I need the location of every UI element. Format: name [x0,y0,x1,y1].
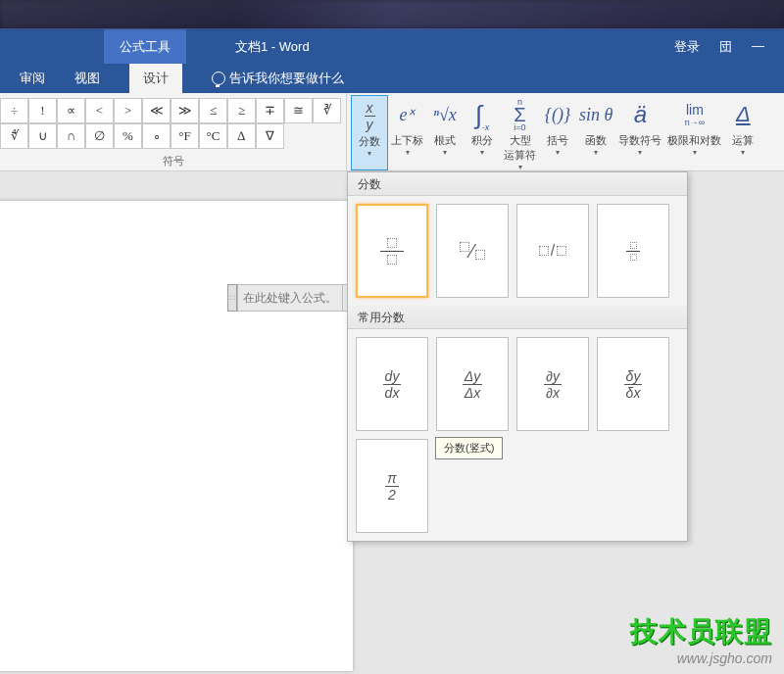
common-fraction[interactable]: δyδx [597,337,669,431]
structure-label: 函数 [585,133,607,148]
fraction-template-small[interactable] [597,204,669,298]
symbol-cell[interactable]: ∩ [57,123,85,149]
limit-icon: limn→∞ [685,97,705,132]
document-title: 文档1 - Word [235,38,310,64]
structure-summation-button[interactable]: nΣi=0大型运算符▾ [501,95,539,170]
structure-fraction-button[interactable]: xy分数▾ [351,95,388,170]
symbol-cell[interactable]: ≫ [171,98,199,123]
tell-me-label: 告诉我你想要做什么 [229,70,344,87]
symbol-cell[interactable]: ÷ [0,98,28,123]
structure-function-button[interactable]: sin θ函数▾ [576,95,615,170]
tooltip: 分数(竖式) [435,437,503,459]
structure-label: 极限和对数 [667,133,721,148]
fraction-section-header: 分数 [348,172,687,196]
login-link[interactable]: 登录 [674,38,700,56]
script-icon: eˣ [400,97,416,132]
common-fraction-section-header: 常用分数 [348,306,687,329]
watermark-url: www.jsgho.com [630,650,772,666]
ribbon-tab-strip: 审阅 视图 设计 告诉我你想要做什么 [0,64,784,93]
common-fraction[interactable]: dydx [356,337,428,431]
symbol-cell[interactable]: % [114,123,142,149]
fraction-template-stacked[interactable] [356,204,428,298]
symbol-cell[interactable]: ≤ [199,98,227,123]
common-fraction[interactable]: π2 [356,439,428,533]
structure-radical-button[interactable]: ⁿ√x根式▾ [426,95,464,170]
equation-placeholder[interactable]: ⸬ 在此处键入公式。 ▼ [227,284,357,312]
symbols-group-label: 符号 [163,154,184,168]
chevron-down-icon: ▾ [443,148,447,157]
structure-label: 分数 [359,134,380,149]
common-fraction[interactable]: ΔyΔx [436,337,509,431]
summation-icon: nΣi=0 [514,97,525,132]
chevron-down-icon: ▾ [368,149,371,158]
symbol-cell[interactable]: ∇ [256,123,284,149]
minimize-icon[interactable]: — [752,38,764,56]
watermark-text: 技术员联盟 [630,613,772,650]
watermark: 技术员联盟 www.jsgho.com [630,613,772,666]
structure-label: 大型运算符 [504,133,536,163]
structure-label: 积分 [471,133,493,148]
symbol-cell[interactable]: °F [171,123,199,149]
chevron-down-icon: ▾ [518,163,522,171]
symbol-cell[interactable]: ≪ [142,98,171,123]
symbol-cell[interactable]: ∓ [256,98,284,123]
structure-operator-button[interactable]: Δ运算▾ [724,95,761,170]
tab-design[interactable]: 设计 [129,64,182,93]
structure-script-button[interactable]: eˣ上下标▾ [388,95,426,170]
tab-review[interactable]: 审阅 [20,70,45,87]
structure-limit-button[interactable]: limn→∞极限和对数▾ [664,95,724,170]
structure-label: 运算 [732,133,754,148]
radical-icon: ⁿ√x [433,97,457,132]
fraction-template-skewed[interactable]: ∕ [436,204,509,298]
chevron-down-icon: ▾ [406,148,410,157]
page[interactable] [0,201,353,671]
titlebar-blurred-apps [0,0,784,28]
fraction-gallery-menu: 分数 ∕/ 常用分数 dydxΔyΔx∂y∂xδyδxπ2 [347,171,688,542]
structure-label: 导数符号 [618,133,662,148]
symbol-cell[interactable]: < [85,98,114,123]
structure-bracket-button[interactable]: {()}括号▾ [539,95,576,170]
equation-handle-icon[interactable]: ⸬ [227,284,237,312]
symbol-cell[interactable]: ∆ [227,123,256,149]
accent-icon: ä [634,97,647,132]
chevron-down-icon: ▾ [638,148,642,157]
symbol-cell[interactable]: ! [28,98,57,123]
symbol-cell[interactable]: ≅ [284,98,313,123]
symbol-cell[interactable]: ∛ [313,98,341,123]
symbol-cell[interactable]: ∪ [28,123,57,149]
tab-view[interactable]: 视图 [74,70,100,87]
symbol-cell[interactable]: °C [199,123,227,149]
symbol-cell[interactable]: ∜ [0,123,28,149]
ribbon-content: ÷!∝<>≪≫≤≥∓≅∛∜∪∩∅%∘°F°C∆∇ 符号 xy分数▾eˣ上下标▾ⁿ… [0,93,784,171]
lightbulb-icon [212,72,225,85]
common-fraction-grid: dydxΔyΔx∂y∂xδyδxπ2 [348,329,687,541]
contextual-tab-equation-tools[interactable]: 公式工具 [104,29,186,64]
chevron-down-icon: ▾ [741,148,745,157]
chevron-down-icon: ▾ [693,148,697,157]
title-tab-row: 公式工具 文档1 - Word 登录 団 — [0,29,784,64]
bracket-icon: {()} [545,97,570,132]
fraction-template-linear[interactable]: / [516,204,589,298]
chevron-down-icon: ▾ [556,148,560,157]
symbol-cell[interactable]: ∅ [85,123,114,149]
structure-accent-button[interactable]: ä导数符号▾ [615,95,664,170]
structure-integral-button[interactable]: ∫-x积分▾ [464,95,501,170]
chevron-down-icon: ▾ [480,148,484,157]
operator-icon: Δ [736,97,751,132]
function-icon: sin θ [579,97,612,132]
symbols-group: ÷!∝<>≪≫≤≥∓≅∛∜∪∩∅%∘°F°C∆∇ 符号 [0,93,347,170]
equation-input[interactable]: 在此处键入公式。 [237,284,343,312]
fraction-template-grid: ∕/ [348,196,687,306]
symbol-cell[interactable]: > [114,98,142,123]
fraction-icon: xy [365,98,375,133]
integral-icon: ∫-x [475,97,490,132]
symbol-cell[interactable]: ≥ [227,98,256,123]
symbol-cell[interactable]: ∝ [57,98,85,123]
structure-label: 括号 [547,133,568,148]
ribbon-display-options-icon[interactable]: 団 [719,38,732,56]
symbol-cell[interactable]: ∘ [142,123,171,149]
common-fraction[interactable]: ∂y∂x [516,337,589,431]
structure-label: 根式 [434,133,456,148]
window-titlebar [0,0,784,29]
tell-me-search[interactable]: 告诉我你想要做什么 [212,70,344,87]
